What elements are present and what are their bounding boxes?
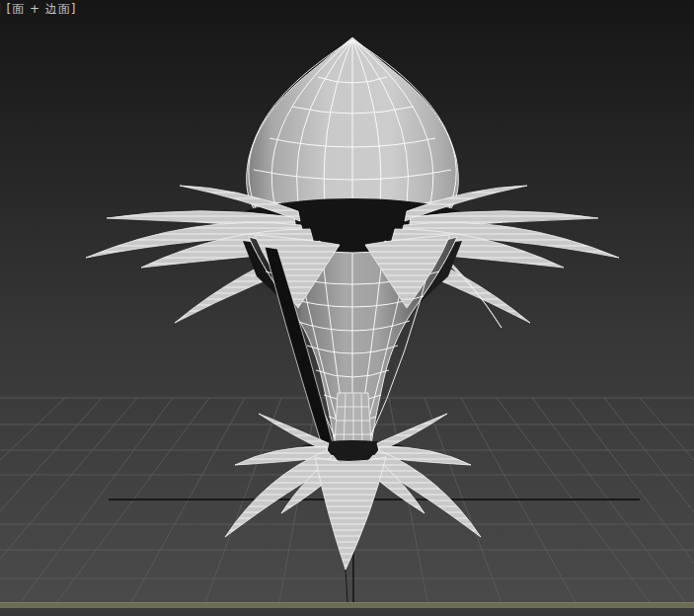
viewport-canvas[interactable] [0,0,694,616]
viewport-shading-label[interactable]: ] [面 + 边面] [0,1,77,18]
viewport-3d[interactable]: ] [面 + 边面] [0,0,694,616]
viewport-border [0,602,694,616]
